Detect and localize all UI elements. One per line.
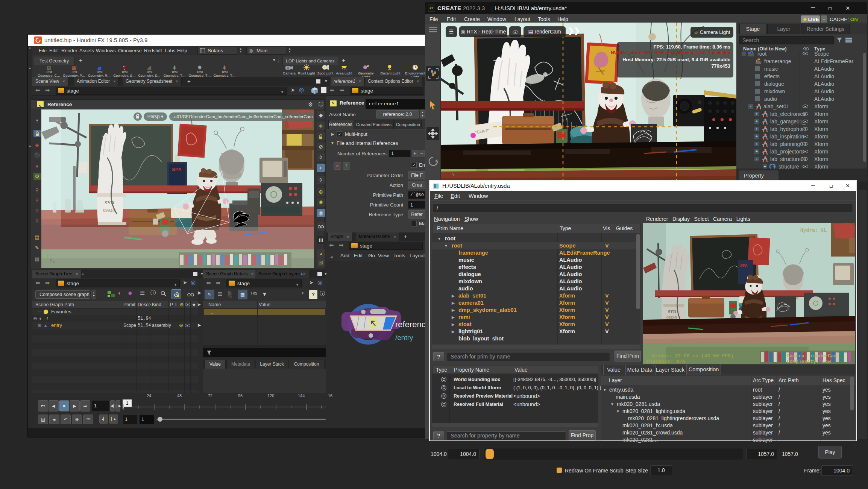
svg-text:Complexity: Low: Complexity: Low — [787, 359, 831, 364]
svg-text:SYD: SYD — [668, 309, 676, 314]
svg-text:y: y — [47, 253, 49, 257]
svg-text:SPA: SPA — [172, 167, 182, 172]
svg-text:x: x — [53, 260, 55, 264]
svg-text:Y: Y — [452, 173, 455, 177]
svg-text:Hydra: GL: Hydra: GL — [800, 228, 827, 233]
svg-text:/entry: /entry — [395, 334, 413, 342]
svg-text:SPA: SPA — [740, 264, 748, 268]
svg-text:z: z — [50, 258, 52, 263]
svg-text:Camera: renderCam: Camera: renderCam — [787, 353, 837, 359]
svg-text:Playback: N/A: Playback: N/A — [647, 359, 685, 364]
svg-text:Render: 22.96 ms (43.56 FPS): Render: 22.96 ms (43.56 FPS) — [651, 353, 733, 359]
svg-text:0992/9: 0992/9 — [666, 316, 677, 320]
svg-text:reference: reference — [395, 320, 425, 329]
